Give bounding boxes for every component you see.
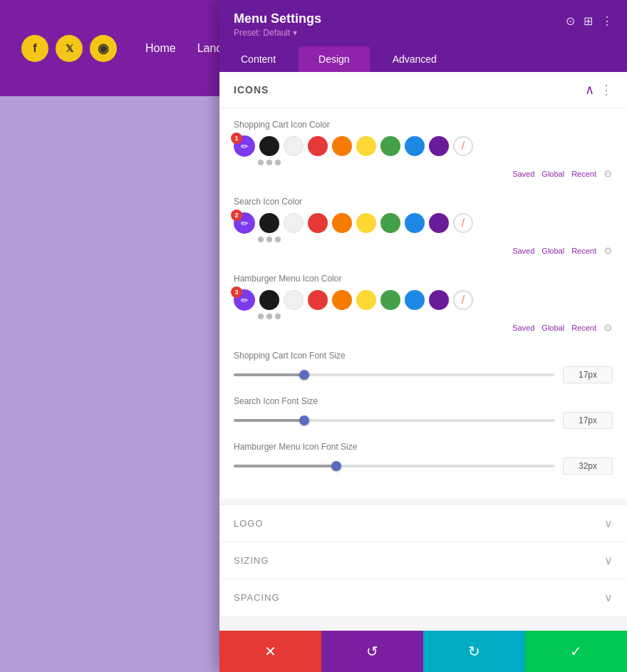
color-orange-3[interactable] [332, 290, 352, 310]
color-blue-2[interactable] [405, 213, 425, 233]
color-white-2[interactable] [284, 213, 304, 233]
icons-collapse-btn[interactable]: ∧ [585, 82, 594, 98]
tab-design[interactable]: Design [299, 46, 370, 72]
dot-1[interactable] [258, 160, 264, 165]
color-black-2[interactable] [259, 213, 279, 233]
save-button[interactable]: ✓ [525, 631, 627, 672]
dot-8[interactable] [266, 314, 272, 319]
color-orange-2[interactable] [332, 213, 352, 233]
color-yellow-2[interactable] [356, 213, 376, 233]
instagram-icon[interactable]: ◉ [90, 35, 117, 62]
color-dots-2 [234, 234, 613, 242]
dot-5[interactable] [266, 237, 272, 242]
color-black-3[interactable] [259, 290, 279, 310]
twitter-icon[interactable]: 𝕏 [56, 35, 83, 62]
logo-section-header[interactable]: Logo ∨ [219, 505, 627, 542]
layout-icon[interactable]: ⊞ [584, 14, 593, 28]
search-icon-color-group: Search Icon Color 2 ✏ [234, 197, 613, 259]
hamburger-size-label: Hamburger Menu Icon Font Size [234, 442, 613, 452]
sizing-section: Sizing ∨ [219, 542, 627, 579]
color-settings-3[interactable]: ⚙ [603, 322, 613, 334]
cancel-button[interactable]: ✕ [219, 631, 321, 672]
shopping-cart-color-label: Shopping Cart Icon Color [234, 120, 613, 130]
color-black-1[interactable] [259, 136, 279, 156]
recent-link-1[interactable]: Recent [571, 170, 596, 178]
modal-preset[interactable]: Preset: Default ▾ [234, 28, 321, 38]
hamburger-slider-track[interactable] [234, 465, 554, 467]
search-icon-color-row: 2 ✏ / [234, 212, 613, 234]
hamburger-size-input[interactable] [563, 458, 613, 475]
shopping-cart-size-label: Shopping Cart Icon Font Size [234, 351, 613, 361]
logo-section: Logo ∨ [219, 505, 627, 542]
facebook-icon[interactable]: f [21, 35, 48, 62]
color-white-3[interactable] [284, 290, 304, 310]
color-slash-2[interactable]: / [453, 213, 473, 233]
modal-panel: Menu Settings Preset: Default ▾ ⊙ ⊞ ⋮ Co… [219, 0, 627, 672]
color-red-1[interactable] [308, 136, 328, 156]
color-green-1[interactable] [380, 136, 400, 156]
tab-advanced[interactable]: Advanced [373, 46, 457, 72]
target-icon[interactable]: ⊙ [566, 14, 575, 28]
saved-link-1[interactable]: Saved [512, 170, 534, 178]
shopping-cart-slider-track[interactable] [234, 373, 554, 376]
icons-section-actions: ∧ ⋮ [585, 82, 613, 98]
global-link-3[interactable]: Global [542, 324, 564, 332]
social-icons: f 𝕏 ◉ [21, 35, 117, 62]
color-slash-1[interactable]: / [453, 136, 473, 156]
global-link-2[interactable]: Global [542, 247, 564, 255]
color-green-2[interactable] [380, 213, 400, 233]
logo-section-title: Logo [234, 518, 264, 529]
dot-2[interactable] [266, 160, 272, 165]
more-icon[interactable]: ⋮ [601, 14, 613, 28]
search-icon-size-label: Search Icon Font Size [234, 396, 613, 406]
dot-4[interactable] [258, 237, 264, 242]
color-green-3[interactable] [380, 290, 400, 310]
badge-3: 3 [231, 286, 242, 298]
shopping-cart-color-active[interactable]: 1 ✏ [234, 135, 255, 157]
dot-6[interactable] [275, 237, 281, 242]
global-link-1[interactable]: Global [542, 170, 564, 178]
color-orange-1[interactable] [332, 136, 352, 156]
dot-3[interactable] [275, 160, 281, 165]
shopping-cart-size-group: Shopping Cart Icon Font Size [234, 351, 613, 383]
shopping-cart-color-row: 1 ✏ / [234, 135, 613, 157]
color-blue-1[interactable] [405, 136, 425, 156]
search-icon-size-input[interactable] [563, 412, 613, 429]
search-icon-size-group: Search Icon Font Size [234, 396, 613, 429]
dot-7[interactable] [258, 314, 264, 319]
hamburger-color-active[interactable]: 3 ✏ [234, 289, 255, 311]
color-blue-3[interactable] [405, 290, 425, 310]
icons-menu-btn[interactable]: ⋮ [600, 82, 613, 98]
color-purple-2[interactable] [429, 213, 449, 233]
color-white-1[interactable] [284, 136, 304, 156]
icons-section-body: Shopping Cart Icon Color 1 ✏ [219, 108, 627, 499]
color-purple-1[interactable] [429, 136, 449, 156]
redo-button[interactable]: ↻ [423, 631, 525, 672]
recent-link-2[interactable]: Recent [571, 247, 596, 255]
sizing-section-header[interactable]: Sizing ∨ [219, 542, 627, 579]
shopping-cart-size-input[interactable] [563, 366, 613, 383]
undo-button[interactable]: ↺ [321, 631, 423, 672]
dot-9[interactable] [275, 314, 281, 319]
saved-link-3[interactable]: Saved [512, 324, 534, 332]
search-icon-color-active[interactable]: 2 ✏ [234, 212, 255, 234]
color-purple-3[interactable] [429, 290, 449, 310]
color-slash-3[interactable]: / [453, 290, 473, 310]
spacing-section-header[interactable]: Spacing ∨ [219, 579, 627, 616]
color-dots-1 [234, 157, 613, 165]
icons-section: Icons ∧ ⋮ Shopping Cart Icon Color 1 ✏ [219, 72, 627, 499]
saved-link-2[interactable]: Saved [512, 247, 534, 255]
color-red-3[interactable] [308, 290, 328, 310]
tab-content[interactable]: Content [221, 46, 296, 72]
color-yellow-1[interactable] [356, 136, 376, 156]
color-yellow-3[interactable] [356, 290, 376, 310]
divider-1 [219, 499, 627, 505]
color-red-2[interactable] [308, 213, 328, 233]
nav-home[interactable]: Home [145, 42, 176, 55]
color-settings-1[interactable]: ⚙ [603, 168, 613, 180]
search-icon-slider-track[interactable] [234, 419, 554, 422]
shopping-cart-color-group: Shopping Cart Icon Color 1 ✏ [234, 120, 613, 182]
recent-link-3[interactable]: Recent [571, 324, 596, 332]
color-settings-2[interactable]: ⚙ [603, 245, 613, 257]
spacing-section-title: Spacing [234, 592, 280, 603]
